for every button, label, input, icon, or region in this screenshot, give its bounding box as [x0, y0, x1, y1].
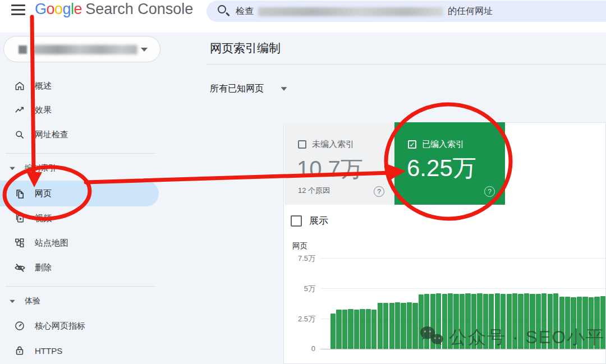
hamburger-menu-icon[interactable] — [11, 4, 25, 15]
sidebar-item-videos[interactable]: 视频 — [0, 209, 168, 228]
performance-icon — [13, 104, 26, 116]
sidebar-item-label: 网页 — [35, 188, 52, 199]
page-filter-dropdown[interactable]: 所有已知网页 — [210, 83, 264, 95]
section-label: 编制索引 — [25, 163, 56, 173]
home-icon — [13, 80, 26, 92]
property-selector[interactable] — [3, 36, 160, 62]
url-inspection-icon — [13, 128, 26, 141]
bar — [342, 310, 347, 349]
blurred-property-name — [32, 45, 137, 54]
sidebar-item-label: 网址检查 — [35, 130, 68, 140]
core-web-vitals-icon — [13, 320, 26, 332]
page-title: 网页索引编制 — [210, 40, 281, 56]
y-tick-label: 2.5万 — [281, 314, 315, 324]
pages-icon — [13, 187, 26, 200]
impressions-checkbox-row[interactable]: 展示 — [291, 214, 328, 227]
watermark-text: 公众号 · SEO小平 — [449, 325, 605, 350]
bar — [348, 309, 353, 349]
sidebar-item-label: 删除 — [35, 262, 52, 273]
sitemaps-icon — [13, 237, 26, 249]
impressions-label: 展示 — [309, 214, 328, 227]
sidebar-divider — [6, 286, 155, 287]
bar — [383, 303, 388, 349]
chevron-down-icon[interactable] — [281, 87, 287, 90]
logo-letter: o — [47, 1, 55, 17]
bar — [354, 310, 359, 349]
watermark: 公众号 · SEO小平 — [420, 325, 605, 350]
bar — [401, 303, 406, 349]
bar — [336, 310, 341, 349]
y-tick-label: 7.5万 — [281, 254, 315, 264]
bar — [371, 310, 377, 349]
app-logo[interactable]: GoogleSearch Console — [35, 1, 193, 18]
logo-letter: e — [74, 1, 82, 17]
sidebar-item-sitemaps[interactable]: 站点地图 — [0, 233, 168, 252]
section-collapse-caret-icon — [10, 167, 15, 170]
sidebar-item-label: 站点地图 — [35, 238, 68, 248]
logo-letter: G — [35, 1, 47, 17]
y-tick-label: 0 — [281, 344, 315, 353]
y-axis-title: 网页 — [292, 241, 307, 251]
https-lock-icon — [13, 344, 26, 357]
section-label: 体验 — [25, 296, 40, 306]
sidebar-item-label: 核心网页指标 — [35, 321, 85, 331]
sidebar-divider — [6, 153, 155, 154]
y-tick-label: 5万 — [281, 284, 315, 294]
property-favicon-blurred — [19, 45, 27, 54]
sidebar-item-removals[interactable]: 删除 — [0, 258, 168, 277]
sidebar-item-label: 效果 — [35, 105, 52, 116]
bar — [389, 303, 394, 349]
sidebar-item-core-web-vitals[interactable]: 核心网页指标 — [0, 316, 168, 335]
bar — [395, 302, 400, 349]
sidebar-item-pages-selected[interactable]: 网页 — [0, 181, 159, 206]
chevron-down-icon — [141, 48, 148, 52]
bar — [378, 303, 383, 349]
sidebar-section-indexing[interactable]: 编制索引 — [0, 160, 168, 176]
logo-letter: o — [54, 1, 63, 17]
checkbox-unchecked-icon[interactable] — [298, 140, 306, 149]
bar — [412, 303, 417, 349]
sidebar-section-experience[interactable]: 体验 — [0, 293, 168, 309]
video-pages-icon — [13, 212, 26, 224]
bar — [360, 309, 365, 349]
wechat-icon — [420, 325, 444, 350]
search-icon — [218, 5, 226, 13]
sidebar-item-label: 视频 — [35, 213, 52, 224]
logo-product-name: Search Console — [85, 1, 193, 17]
reasons-link[interactable]: 12 个原因 — [298, 186, 330, 196]
sidebar-item-https[interactable]: HTTPS — [0, 341, 168, 360]
bar — [330, 314, 336, 349]
bar-chart-bars — [330, 0, 606, 349]
section-collapse-caret-icon — [10, 300, 15, 303]
bar — [366, 309, 371, 349]
sidebar-item-label: HTTPS — [35, 346, 62, 356]
removals-icon — [13, 261, 26, 274]
search-prefix: 检查 — [236, 6, 254, 17]
logo-letter: g — [63, 1, 71, 17]
sidebar-item-performance[interactable]: 效果 — [0, 100, 168, 119]
bar — [407, 302, 412, 349]
sidebar-item-url-inspection[interactable]: 网址检查 — [0, 125, 168, 144]
sidebar-item-label: 概述 — [35, 81, 52, 91]
sidebar-item-overview[interactable]: 概述 — [0, 76, 168, 95]
checkbox-unchecked-icon[interactable] — [291, 215, 302, 227]
